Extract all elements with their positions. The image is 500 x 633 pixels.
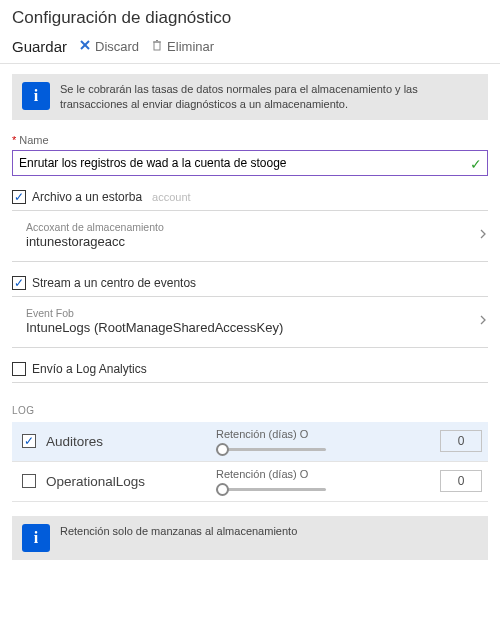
log-row-operational[interactable]: OperationalLogs Retención (días) O 0 bbox=[12, 462, 488, 502]
discard-button[interactable]: Discard bbox=[79, 39, 139, 54]
chevron-right-icon bbox=[478, 314, 488, 328]
svg-rect-5 bbox=[154, 42, 160, 50]
retention-label: Retención (días) O bbox=[216, 468, 430, 480]
log-checkbox[interactable] bbox=[22, 434, 36, 448]
name-label: Name bbox=[19, 134, 48, 146]
page-title: Configuración de diagnóstico bbox=[12, 8, 231, 28]
retention-label: Retención (días) O bbox=[216, 428, 430, 440]
event-hub-row[interactable]: Event Fob IntuneLogs (RootManageSharedAc… bbox=[26, 303, 488, 341]
log-checkbox[interactable] bbox=[22, 474, 36, 488]
info-banner: i Se le cobrarán las tasas de datos norm… bbox=[12, 74, 488, 120]
loganalytics-label: Envío a Log Analytics bbox=[32, 362, 147, 376]
info-icon: i bbox=[22, 524, 50, 552]
storage-account-row[interactable]: Accoxant de almacenamiento intunestorage… bbox=[26, 217, 488, 255]
discard-icon bbox=[79, 39, 91, 54]
retention-slider[interactable] bbox=[216, 443, 326, 455]
retention-slider[interactable] bbox=[216, 483, 326, 495]
storage-account-label: Accoxant de almacenamiento bbox=[26, 221, 164, 233]
discard-label: Discard bbox=[95, 39, 139, 54]
log-name: OperationalLogs bbox=[46, 474, 206, 489]
valid-icon: ✓ bbox=[470, 156, 482, 172]
storage-account-value: intunestorageacc bbox=[26, 234, 164, 249]
log-row-auditores[interactable]: Auditores Retención (días) O 0 bbox=[12, 422, 488, 462]
info-banner-2: i Retención solo de manzanas al almacena… bbox=[12, 516, 488, 560]
retention-value[interactable]: 0 bbox=[440, 430, 482, 452]
archive-checkbox[interactable] bbox=[12, 190, 26, 204]
name-input[interactable] bbox=[12, 150, 488, 176]
stream-label: Stream a un centro de eventos bbox=[32, 276, 196, 290]
delete-button[interactable]: Eliminar bbox=[151, 39, 214, 54]
archive-ghost: account bbox=[152, 191, 191, 203]
info-text: Se le cobrarán las tasas de datos normal… bbox=[60, 82, 478, 112]
event-hub-value: IntuneLogs (RootManageSharedAccessKey) bbox=[26, 320, 283, 335]
info-text-2: Retención solo de manzanas al almacenami… bbox=[60, 524, 297, 539]
retention-value[interactable]: 0 bbox=[440, 470, 482, 492]
loganalytics-checkbox[interactable] bbox=[12, 362, 26, 376]
archive-label: Archivo a un estorba bbox=[32, 190, 142, 204]
save-button[interactable]: Guardar bbox=[12, 38, 67, 55]
stream-checkbox[interactable] bbox=[12, 276, 26, 290]
event-hub-label: Event Fob bbox=[26, 307, 283, 319]
log-name: Auditores bbox=[46, 434, 206, 449]
chevron-right-icon bbox=[478, 228, 488, 242]
info-icon: i bbox=[22, 82, 50, 110]
trash-icon bbox=[151, 39, 163, 54]
delete-label: Eliminar bbox=[167, 39, 214, 54]
log-heading: LOG bbox=[12, 405, 488, 416]
